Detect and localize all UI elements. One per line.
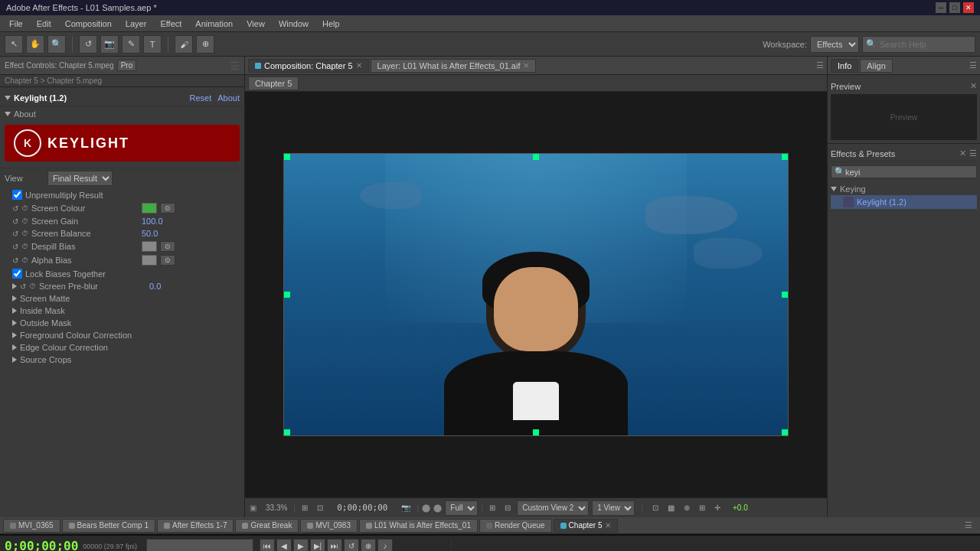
ep-close[interactable]: ✕ (959, 148, 966, 158)
preview-close[interactable]: ✕ (970, 81, 977, 91)
timeline-search[interactable] (146, 539, 253, 552)
quality-select[interactable]: Full (445, 500, 478, 516)
comp-tab-layer-close[interactable]: ✕ (523, 61, 529, 70)
vt-btn5[interactable]: ✛ (711, 504, 724, 512)
bottom-tab-ae17[interactable]: After Effects 1-7 (157, 519, 234, 533)
zoom-level[interactable]: 33.3% (263, 504, 290, 512)
screen-balance-stopwatch[interactable]: ⏱ (21, 230, 28, 237)
vt-btn3[interactable]: ⊕ (681, 504, 693, 512)
bottom-tab-mvi0983[interactable]: MVI_0983 (300, 519, 358, 533)
tool-zoom[interactable]: 🔍 (47, 35, 66, 54)
menu-edit[interactable]: Edit (31, 18, 57, 30)
comp-tabs-menu[interactable]: ☰ (816, 60, 824, 70)
despill-eyedropper[interactable]: ⊙ (160, 241, 175, 252)
tc-prev[interactable]: ◀ (276, 539, 292, 552)
unpremultiply-checkbox[interactable] (12, 190, 22, 200)
expand-icon[interactable] (5, 96, 11, 100)
handle-bl[interactable] (284, 429, 290, 435)
handle-bm[interactable] (533, 429, 539, 435)
pre-blur-value[interactable]: 0.0 (149, 282, 161, 291)
vt-btn4[interactable]: ⊞ (696, 504, 708, 512)
chapter-label[interactable]: Chapter 5 (248, 77, 299, 90)
screen-colour-stopwatch[interactable]: ⏱ (21, 204, 28, 212)
chapter5-close[interactable]: ✕ (605, 521, 611, 530)
bottom-tabs-menu[interactable]: ☰ (960, 520, 977, 530)
close-button[interactable]: ✕ (963, 2, 974, 13)
tc-next[interactable]: ▶| (310, 539, 325, 552)
screen-gain-cycle[interactable]: ↺ (12, 217, 18, 226)
lock-biases-checkbox[interactable] (12, 269, 22, 279)
keylight-item[interactable]: Keylight (1.2) (831, 195, 977, 209)
vt-btn2[interactable]: ▦ (665, 504, 678, 512)
tc-home[interactable]: ⏮ (260, 539, 275, 552)
handle-br[interactable] (782, 429, 788, 435)
bottom-tab-chapter5[interactable]: Chapter 5 ✕ (554, 519, 618, 533)
tc-play[interactable]: ▶ (293, 539, 309, 552)
menu-file[interactable]: File (3, 18, 29, 30)
search-input[interactable] (880, 40, 972, 49)
menu-layer[interactable]: Layer (119, 18, 153, 30)
screen-gain-stopwatch[interactable]: ⏱ (21, 217, 28, 225)
pre-blur-expand[interactable] (12, 283, 17, 289)
maximize-button[interactable]: □ (949, 2, 960, 13)
tab-align[interactable]: Align (860, 59, 892, 73)
alpha-bias-eyedropper[interactable]: ⊙ (160, 255, 175, 266)
bottom-tab-l01[interactable]: L01 What is After Effects_01 (359, 519, 478, 533)
menu-composition[interactable]: Composition (59, 18, 118, 30)
menu-window[interactable]: Window (273, 18, 315, 30)
keying-group-header[interactable]: Keying (831, 183, 977, 195)
vt-checkerboard[interactable]: ⊞ (486, 504, 498, 512)
tool-text[interactable]: T (143, 35, 162, 54)
handle-tr[interactable] (782, 154, 788, 160)
menu-view[interactable]: View (240, 18, 271, 30)
vt-camera[interactable]: 📷 (398, 504, 413, 512)
pre-blur-stopwatch[interactable]: ⏱ (29, 282, 36, 290)
handle-tl[interactable] (284, 154, 290, 160)
bottom-tab-great[interactable]: Great Break (235, 519, 299, 533)
outside-mask-expand[interactable] (12, 320, 17, 326)
vt-btn1[interactable]: ⊡ (649, 504, 662, 512)
bottom-tab-render[interactable]: Render Queue (479, 519, 552, 533)
vt-mask[interactable]: ⊡ (314, 504, 326, 512)
reset-btn[interactable]: Reset (190, 93, 212, 103)
tool-rotate[interactable]: ↺ (79, 35, 97, 54)
handle-mr[interactable] (782, 292, 788, 298)
bottom-tab-bears[interactable]: Bears Better Comp 1 (62, 519, 155, 533)
despill-swatch[interactable] (142, 241, 157, 252)
comp-tab-chapter5[interactable]: Composition: Chapter 5 ✕ (248, 59, 369, 73)
tc-end[interactable]: ⏭ (327, 539, 342, 552)
screen-balance-value[interactable]: 50.0 (142, 229, 158, 238)
screen-gain-value[interactable]: 100.0 (142, 217, 163, 226)
tc-audio[interactable]: ♪ (377, 539, 393, 552)
alpha-bias-swatch[interactable] (142, 255, 157, 266)
screen-colour-swatch[interactable] (142, 203, 157, 214)
handle-tm[interactable] (533, 154, 539, 160)
screen-balance-cycle[interactable]: ↺ (12, 230, 18, 238)
comp-tab-close[interactable]: ✕ (356, 61, 362, 70)
vt-transparency[interactable]: ⊟ (501, 504, 514, 512)
alpha-stopwatch[interactable]: ⏱ (21, 256, 28, 264)
pro-btn[interactable]: Pro (117, 60, 137, 71)
despill-cycle[interactable]: ↺ (12, 243, 18, 251)
vt-grid[interactable]: ⊞ (299, 504, 311, 512)
tool-arrow[interactable]: ↖ (5, 35, 23, 54)
tc-ram[interactable]: ⊕ (361, 539, 376, 552)
menu-animation[interactable]: Animation (189, 18, 239, 30)
alpha-cycle[interactable]: ↺ (12, 256, 18, 265)
tool-camera[interactable]: 📷 (100, 35, 119, 54)
menu-effect[interactable]: Effect (154, 18, 188, 30)
tool-hand[interactable]: ✋ (26, 35, 44, 54)
about-btn[interactable]: About (217, 93, 240, 103)
views-count-select[interactable]: 1 View (592, 500, 635, 516)
menu-help[interactable]: Help (316, 18, 346, 30)
ep-menu[interactable]: ☰ (969, 148, 977, 158)
timecode-display[interactable]: 0;00;00;00 (5, 539, 78, 551)
tool-brush[interactable]: 🖌 (175, 35, 193, 54)
edge-colour-expand[interactable] (12, 344, 17, 350)
view-select[interactable]: Custom View 2 (517, 500, 589, 516)
tab-info[interactable]: Info (831, 59, 858, 73)
view-select[interactable]: Final Result (47, 171, 113, 186)
bottom-tab-mvi0365[interactable]: MVI_0365 (3, 519, 60, 533)
screen-colour-eyedropper[interactable]: ⊙ (160, 203, 175, 214)
handle-ml[interactable] (284, 292, 290, 298)
